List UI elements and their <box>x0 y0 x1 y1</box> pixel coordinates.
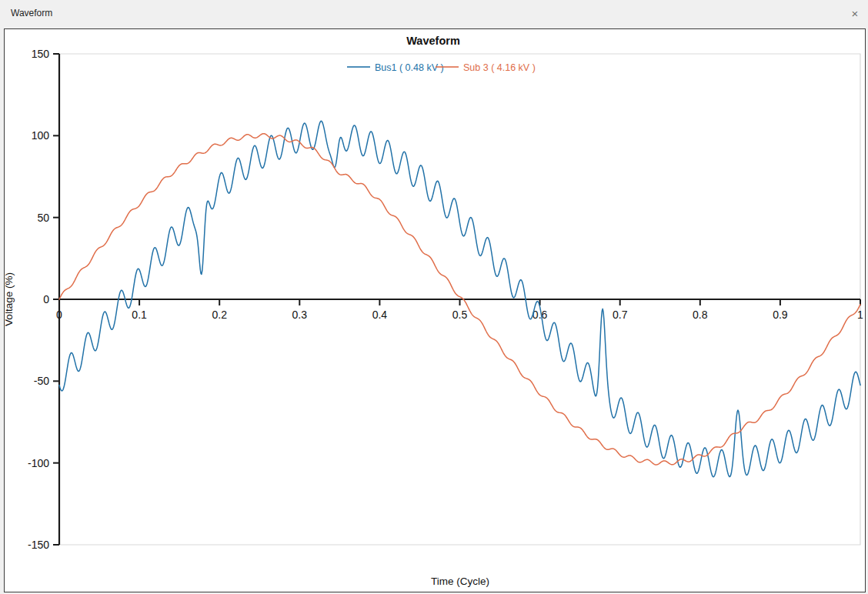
y-tick-label: -150 <box>28 539 49 551</box>
y-tick-label: 150 <box>32 48 50 60</box>
waveform-window: Waveform × Waveform Time (Cycle) Voltage… <box>0 0 868 594</box>
y-tick-label: -100 <box>28 457 49 469</box>
x-axis-title: Time (Cycle) <box>431 576 489 587</box>
x-tick-label: 0.9 <box>773 309 788 321</box>
legend-label: Sub 3 ( 4.16 kV ) <box>463 62 536 73</box>
y-tick-label: -50 <box>34 375 49 387</box>
x-tick-label: 1 <box>857 309 863 321</box>
y-axis-title: Voltage (%) <box>3 272 15 326</box>
x-tick-label: 0.5 <box>452 309 468 321</box>
x-tick-label: 0.6 <box>532 309 548 321</box>
y-tick-label: 50 <box>37 212 49 224</box>
y-tick-label: 0 <box>43 293 49 305</box>
y-tick-label: 100 <box>32 129 50 142</box>
x-tick-label: 0.2 <box>212 309 227 321</box>
chart-title: Waveform <box>406 35 460 47</box>
x-tick-label: 0.1 <box>132 309 147 321</box>
x-tick-label: 0.8 <box>693 309 708 321</box>
x-tick-label: 0.3 <box>292 309 308 321</box>
x-tick-label: 0.7 <box>613 309 628 321</box>
legend-label: Bus1 ( 0.48 kV ) <box>375 62 444 73</box>
waveform-chart: Waveform Time (Cycle) Voltage (%) 150100… <box>0 0 868 594</box>
x-tick-label: 0.4 <box>372 309 388 321</box>
